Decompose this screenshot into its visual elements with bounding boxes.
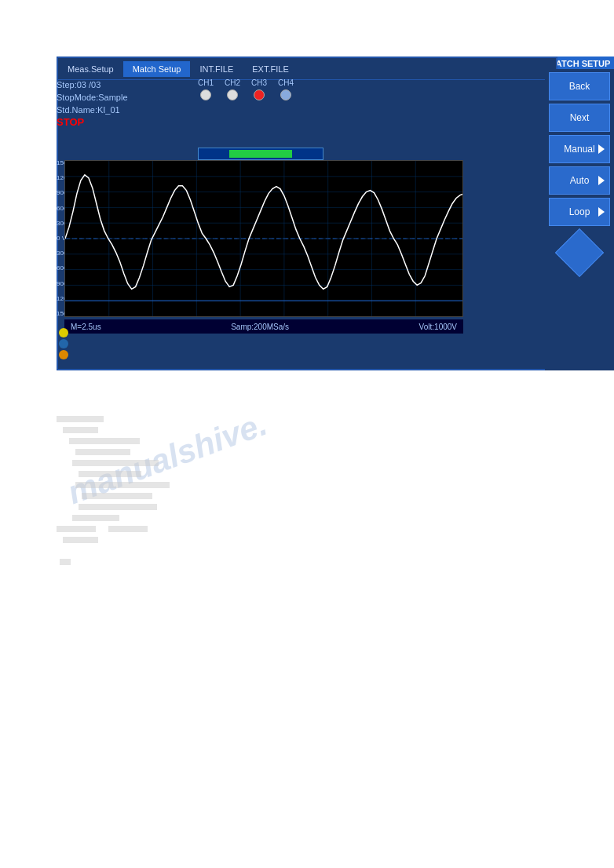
text-line-5 <box>72 460 159 466</box>
yellow-icon <box>59 328 68 337</box>
manual-arrow-icon <box>598 144 605 154</box>
time-div-display: M=2.5us <box>71 323 101 331</box>
stop-badge: STOP <box>57 116 198 129</box>
document-text-area <box>57 416 371 570</box>
ch2-dot <box>227 89 238 100</box>
right-panel: Back Next Manual Auto Loop <box>545 69 614 370</box>
ch1-indicator: CH1 <box>198 78 214 100</box>
tab-match-setup[interactable]: Match Setup <box>123 61 191 77</box>
text-line-9 <box>79 504 157 510</box>
text-line-11b <box>108 526 148 532</box>
channel-row: CH1 CH2 CH3 CH4 <box>198 78 294 100</box>
ch3-dot <box>254 89 265 100</box>
ch4-indicator: CH4 <box>278 78 294 100</box>
text-line-4 <box>75 449 130 455</box>
text-line-2 <box>63 427 98 433</box>
tab-ext-file[interactable]: EXT.FILE <box>243 61 298 77</box>
auto-arrow-icon <box>598 176 605 185</box>
progress-bar-container <box>198 148 323 160</box>
next-button[interactable]: Next <box>549 104 610 132</box>
progress-bar-fill <box>229 150 292 158</box>
ch2-indicator: CH2 <box>225 78 240 100</box>
voltage-display: Volt:1000V <box>419 323 457 331</box>
auto-button[interactable]: Auto <box>549 166 610 195</box>
orange-icon <box>59 350 68 359</box>
nav-diamond-button[interactable] <box>555 228 604 277</box>
oscilloscope-screen <box>64 160 463 317</box>
text-line-11a <box>57 526 96 532</box>
loop-arrow-icon <box>598 207 605 217</box>
back-button[interactable]: Back <box>549 72 610 100</box>
sample-rate-display: Samp:200MSa/s <box>231 323 289 331</box>
text-line-10 <box>72 515 119 521</box>
std-name-info: Std.Name:KI_01 <box>57 104 198 116</box>
waveform-display <box>65 161 462 316</box>
tab-meas-setup[interactable]: Meas.Setup <box>58 61 123 77</box>
info-area: Step:03 /03 StopMode:Sample Std.Name:KI_… <box>57 78 198 129</box>
stop-mode-info: StopMode:Sample <box>57 91 198 104</box>
bottom-icons <box>59 328 68 359</box>
loop-button[interactable]: Loop <box>549 198 610 226</box>
text-line-7 <box>75 482 170 488</box>
text-line-3 <box>69 438 140 444</box>
step-info: Step:03 /03 <box>57 78 198 91</box>
ch3-indicator: CH3 <box>251 78 267 100</box>
manual-button[interactable]: Manual <box>549 135 610 163</box>
status-bar: M=2.5us Samp:200MSa/s Volt:1000V <box>64 319 463 334</box>
ch4-dot <box>280 89 291 100</box>
tab-int-file[interactable]: INT.FILE <box>190 61 243 77</box>
menu-bar: Meas.Setup Match Setup INT.FILE EXT.FILE <box>58 58 556 80</box>
text-line-6 <box>79 471 141 477</box>
text-line-8 <box>82 493 152 499</box>
blue-icon <box>59 339 68 348</box>
text-line-13 <box>60 559 71 565</box>
ch1-dot <box>200 89 211 100</box>
text-line-12 <box>63 537 98 543</box>
text-line-1 <box>57 416 104 422</box>
